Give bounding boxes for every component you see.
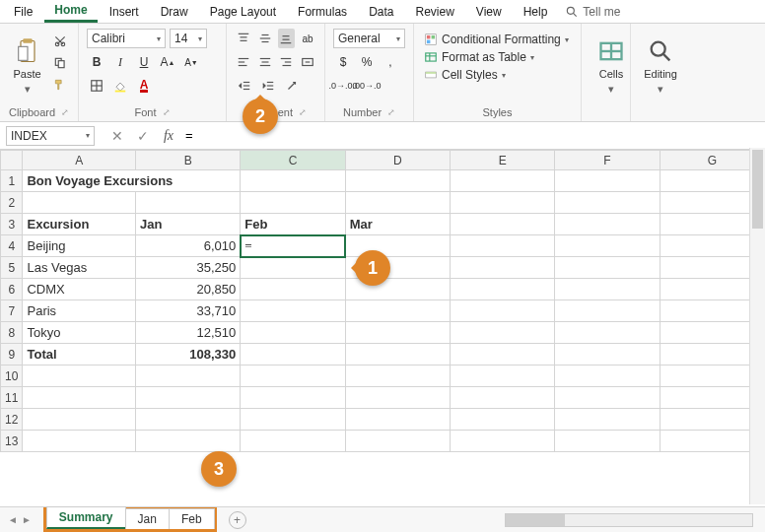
decrease-font-button[interactable]: A▼ bbox=[181, 52, 201, 72]
row-header-6[interactable]: 6 bbox=[1, 279, 23, 300]
cell-b8[interactable]: 12,510 bbox=[135, 322, 240, 344]
cell-a3[interactable]: Excursion bbox=[23, 214, 136, 235]
cell-b3[interactable]: Jan bbox=[135, 214, 240, 235]
cell[interactable] bbox=[555, 192, 660, 214]
cell[interactable] bbox=[450, 344, 554, 366]
cell-b4[interactable]: 6,010 bbox=[135, 235, 240, 257]
align-left-button[interactable] bbox=[235, 52, 252, 72]
cell-b7[interactable]: 33,710 bbox=[135, 300, 240, 322]
bold-button[interactable]: B bbox=[87, 52, 106, 72]
col-header-d[interactable]: D bbox=[345, 151, 450, 170]
cell[interactable] bbox=[241, 300, 345, 322]
font-color-button[interactable]: A bbox=[134, 76, 154, 96]
cell[interactable] bbox=[450, 322, 554, 344]
cell[interactable] bbox=[23, 366, 136, 387]
cancel-formula-button[interactable]: ✕ bbox=[104, 126, 130, 146]
percent-button[interactable]: % bbox=[357, 52, 377, 72]
dialog-launcher-icon[interactable]: ⤢ bbox=[61, 107, 69, 117]
editing-button[interactable]: Editing▾ bbox=[639, 28, 682, 104]
cell[interactable] bbox=[345, 431, 450, 452]
align-middle-button[interactable] bbox=[256, 29, 274, 48]
dialog-launcher-icon[interactable]: ⤢ bbox=[299, 107, 307, 117]
italic-button[interactable]: I bbox=[110, 52, 130, 72]
cell[interactable] bbox=[241, 387, 345, 409]
cell[interactable] bbox=[241, 257, 345, 279]
comma-button[interactable]: , bbox=[381, 52, 400, 72]
insert-function-button[interactable]: fx bbox=[156, 126, 181, 146]
cell[interactable] bbox=[135, 431, 240, 452]
col-header-c[interactable]: C bbox=[241, 151, 345, 170]
row-header-1[interactable]: 1 bbox=[1, 170, 23, 192]
cell[interactable] bbox=[555, 257, 660, 279]
tell-me[interactable]: Tell me bbox=[565, 5, 620, 19]
cell[interactable] bbox=[450, 366, 554, 387]
font-name-select[interactable]: Calibri▾ bbox=[87, 29, 166, 48]
cell[interactable] bbox=[450, 431, 554, 452]
menu-insert[interactable]: Insert bbox=[100, 2, 149, 22]
cell[interactable] bbox=[135, 409, 240, 431]
format-as-table-button[interactable]: Format as Table▾ bbox=[422, 49, 573, 65]
increase-font-button[interactable]: A▲ bbox=[158, 52, 177, 72]
name-box[interactable]: INDEX▾ bbox=[6, 126, 95, 146]
cell[interactable] bbox=[345, 170, 450, 192]
cell-styles-button[interactable]: Cell Styles▾ bbox=[422, 67, 573, 83]
row-header-13[interactable]: 13 bbox=[1, 431, 23, 452]
new-sheet-button[interactable]: + bbox=[229, 511, 246, 529]
cell[interactable] bbox=[345, 192, 450, 214]
row-header-11[interactable]: 11 bbox=[1, 387, 23, 409]
cell[interactable] bbox=[345, 322, 450, 344]
borders-button[interactable] bbox=[87, 76, 106, 96]
cell[interactable] bbox=[555, 366, 660, 387]
col-header-b[interactable]: B bbox=[135, 151, 240, 170]
underline-button[interactable]: U bbox=[134, 52, 154, 72]
cell[interactable] bbox=[555, 322, 660, 344]
col-header-e[interactable]: E bbox=[450, 151, 554, 170]
format-painter-button[interactable] bbox=[50, 75, 70, 95]
sheet-nav-prev[interactable]: ◄ bbox=[8, 514, 18, 525]
cell[interactable] bbox=[23, 387, 136, 409]
cell[interactable] bbox=[241, 409, 345, 431]
row-header-12[interactable]: 12 bbox=[1, 409, 23, 431]
cell[interactable] bbox=[23, 409, 136, 431]
cell-a5[interactable]: Las Vegas bbox=[23, 257, 136, 279]
row-header-5[interactable]: 5 bbox=[1, 257, 23, 279]
cell-a7[interactable]: Paris bbox=[23, 300, 136, 322]
menu-draw[interactable]: Draw bbox=[151, 2, 198, 22]
scrollbar-thumb[interactable] bbox=[506, 514, 565, 526]
cell-a9[interactable]: Total bbox=[23, 344, 136, 366]
cell[interactable] bbox=[450, 192, 554, 214]
font-size-select[interactable]: 14▾ bbox=[170, 29, 207, 48]
decrease-decimal-button[interactable]: .00→.0 bbox=[357, 76, 377, 96]
row-header-9[interactable]: 9 bbox=[1, 344, 23, 366]
sheet-nav-next[interactable]: ► bbox=[22, 514, 32, 525]
cell[interactable] bbox=[555, 170, 660, 192]
cell[interactable] bbox=[23, 192, 136, 214]
row-header-8[interactable]: 8 bbox=[1, 322, 23, 344]
cell[interactable] bbox=[450, 300, 554, 322]
cell[interactable] bbox=[241, 366, 345, 387]
horizontal-scrollbar[interactable] bbox=[505, 513, 753, 527]
sheet-tab-jan[interactable]: Jan bbox=[125, 508, 170, 529]
cell[interactable] bbox=[241, 170, 345, 192]
cell[interactable] bbox=[345, 300, 450, 322]
dialog-launcher-icon[interactable]: ⤢ bbox=[163, 107, 171, 117]
increase-decimal-button[interactable]: .0→.00 bbox=[333, 76, 353, 96]
cell-a4[interactable]: Beijing bbox=[23, 235, 136, 257]
cell[interactable] bbox=[345, 344, 450, 366]
col-header-f[interactable]: F bbox=[555, 151, 660, 170]
cell-d3[interactable]: Mar bbox=[345, 214, 450, 235]
select-all-corner[interactable] bbox=[1, 151, 23, 170]
menu-review[interactable]: Review bbox=[405, 2, 463, 22]
menu-data[interactable]: Data bbox=[359, 2, 403, 22]
cell-a6[interactable]: CDMX bbox=[23, 279, 136, 300]
cell[interactable] bbox=[450, 235, 554, 257]
cell[interactable] bbox=[135, 366, 240, 387]
cell[interactable] bbox=[450, 214, 554, 235]
align-top-button[interactable] bbox=[235, 29, 252, 48]
align-right-button[interactable] bbox=[278, 52, 296, 72]
decrease-indent-button[interactable] bbox=[235, 76, 254, 96]
cell-a1[interactable]: Bon Voyage Excursions bbox=[23, 170, 241, 192]
cell-b5[interactable]: 35,250 bbox=[135, 257, 240, 279]
cell[interactable] bbox=[555, 344, 660, 366]
cell[interactable] bbox=[555, 409, 660, 431]
